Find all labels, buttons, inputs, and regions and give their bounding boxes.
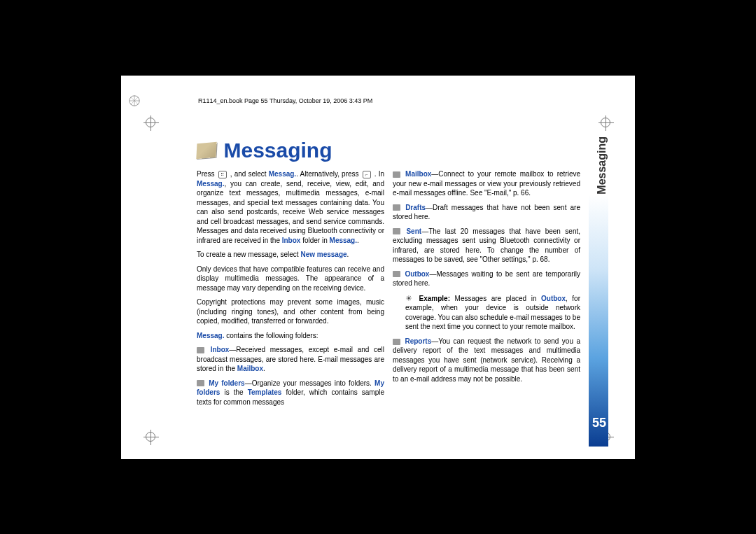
- folder-item-drafts: Drafts—Draft messages that have not been…: [393, 203, 580, 222]
- folder-icon: [393, 228, 400, 234]
- crop-mark-icon: [601, 118, 610, 127]
- body-paragraph: Messag. contains the following folders:: [197, 331, 384, 341]
- messaging-envelope-icon: [196, 142, 216, 159]
- folder-item-myfolders: My folders—Organize your messages into f…: [197, 379, 384, 407]
- folder-item-mailbox: Mailbox—Connect to your remote mailbox t…: [393, 169, 580, 198]
- page-heading-row: Messaging: [197, 139, 332, 162]
- side-tab-label: Messaging: [596, 136, 608, 195]
- compass-icon: [128, 94, 141, 107]
- folder-item-outbox: Outbox—Messages waiting to be sent are t…: [393, 269, 580, 288]
- folder-item-reports: Reports—You can request the network to s…: [393, 337, 580, 384]
- folder-icon: [393, 171, 400, 178]
- document-page: R1114_en.book Page 55 Thursday, October …: [121, 76, 635, 459]
- body-paragraph: Press ⠿ , and select Messag.. Alternativ…: [197, 169, 384, 245]
- crop-mark-icon: [146, 118, 155, 127]
- tip-icon: ☀: [405, 293, 412, 304]
- folder-icon: [197, 380, 204, 386]
- page-number: 55: [592, 416, 606, 430]
- folder-icon: [393, 271, 400, 277]
- body-paragraph: To create a new message, select New mess…: [197, 250, 384, 260]
- menu-key-icon: ⠿: [218, 171, 227, 178]
- call-key-icon: ⌐: [363, 171, 371, 178]
- folder-icon: [197, 347, 204, 353]
- page-header-meta: R1114_en.book Page 55 Thursday, October …: [198, 97, 372, 104]
- column-left: Press ⠿ , and select Messag.. Alternativ…: [197, 169, 384, 412]
- crop-mark-icon: [146, 432, 155, 442]
- column-right: Mailbox—Connect to your remote mailbox t…: [393, 169, 580, 388]
- folder-item-sent: Sent—The last 20 messages that have been…: [393, 227, 580, 265]
- body-paragraph: Copyright protections may prevent some i…: [197, 297, 384, 326]
- example-note: ☀ Example: Messages are placed in Outbox…: [393, 293, 580, 332]
- folder-icon: [393, 204, 400, 211]
- body-paragraph: Only devices that have compatible featur…: [197, 265, 384, 293]
- folder-item-inbox: Inbox—Received messages, except e-mail a…: [197, 345, 384, 374]
- page-number-gradient: [589, 195, 608, 447]
- page-title: Messaging: [223, 139, 332, 162]
- folder-icon: [393, 339, 400, 345]
